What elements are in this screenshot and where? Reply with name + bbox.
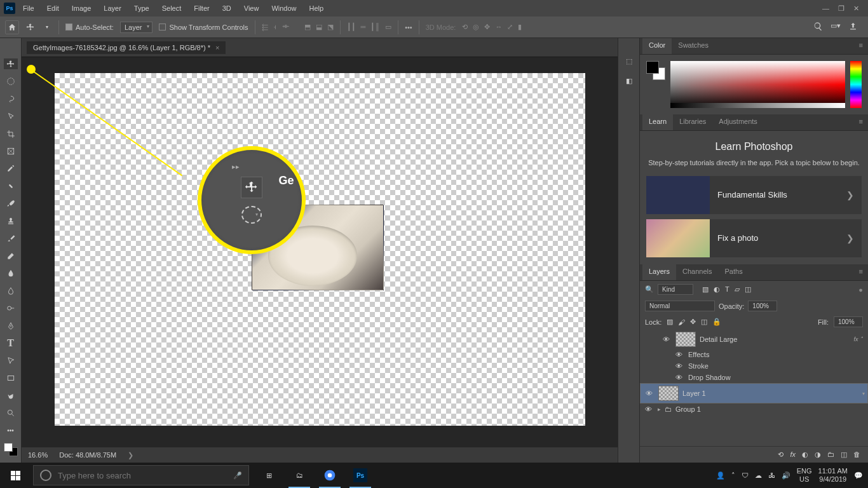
quick-select-tool[interactable] xyxy=(4,111,18,121)
clock[interactable]: 11:01 AM9/4/2019 xyxy=(818,467,848,484)
move-tool[interactable] xyxy=(4,58,18,69)
chrome-icon[interactable] xyxy=(316,463,343,488)
delete-layer-icon[interactable]: 🗑 xyxy=(853,451,860,459)
search-box[interactable]: 🎤 xyxy=(33,465,249,485)
color-panel-menu-icon[interactable]: ≡ xyxy=(854,38,868,54)
tab-channels[interactable]: Channels xyxy=(676,264,718,280)
layer-stroke[interactable]: 👁 Stroke xyxy=(640,360,868,372)
pen-tool[interactable] xyxy=(4,320,18,331)
color-ramp[interactable] xyxy=(670,61,845,108)
security-icon[interactable]: 🛡 xyxy=(742,471,749,479)
3d-slide-icon[interactable]: ↔ xyxy=(495,23,502,31)
hand-tool[interactable] xyxy=(4,390,18,401)
menu-select[interactable]: Select xyxy=(157,2,187,15)
auto-select-checkbox[interactable]: Auto-Select: xyxy=(65,24,114,31)
menu-filter[interactable]: Filter xyxy=(189,2,214,15)
start-button[interactable] xyxy=(0,463,31,488)
close-tab-icon[interactable]: × xyxy=(215,44,219,51)
distribute-3-icon[interactable]: ┃║ xyxy=(370,23,380,31)
menu-image[interactable]: Image xyxy=(67,2,97,15)
visibility-icon[interactable]: 👁 xyxy=(646,390,654,397)
gradient-tool[interactable] xyxy=(4,268,18,278)
visibility-icon[interactable]: 👁 xyxy=(675,374,684,381)
layer-1[interactable]: 👁 Layer 1 xyxy=(640,383,868,403)
lasso-tool[interactable] xyxy=(4,93,18,104)
more-options-icon[interactable]: ••• xyxy=(405,24,412,31)
file-explorer-icon[interactable]: 🗂 xyxy=(286,463,313,488)
stamp-tool[interactable] xyxy=(4,215,18,226)
properties-panel-icon[interactable]: ◧ xyxy=(626,77,632,85)
marquee-tool[interactable] xyxy=(4,76,18,86)
tray-expand-icon[interactable]: ˄ xyxy=(731,471,735,480)
align-middle-icon[interactable]: ⬓ xyxy=(316,23,322,31)
people-icon[interactable]: 👤 xyxy=(716,471,725,480)
distribute-v-icon[interactable]: ═ xyxy=(361,23,366,31)
tab-color[interactable]: Color xyxy=(642,38,672,54)
filter-adjust-icon[interactable]: ◐ xyxy=(714,285,720,294)
minimize-icon[interactable]: — xyxy=(822,4,829,13)
zoom-tool[interactable] xyxy=(4,408,18,419)
search-icon[interactable] xyxy=(813,22,823,32)
tab-paths[interactable]: Paths xyxy=(719,264,749,280)
layer-drop-shadow[interactable]: 👁 Drop Shadow xyxy=(640,372,868,383)
visibility-icon[interactable]: 👁 xyxy=(675,362,684,370)
layer-group-1[interactable]: 👁 ▸ 🗀 Group 1 xyxy=(640,403,868,415)
close-icon[interactable]: ✕ xyxy=(853,4,859,13)
onedrive-icon[interactable]: ☁ xyxy=(755,471,762,480)
status-arrow-icon[interactable]: ❯ xyxy=(128,451,133,459)
show-transform-checkbox[interactable]: Show Transform Controls xyxy=(159,24,248,31)
align-left-icon[interactable]: ⬱ xyxy=(262,23,268,31)
filter-pixel-icon[interactable]: ▧ xyxy=(702,285,709,294)
learn-item-fundamental[interactable]: Fundamental Skills ❯ xyxy=(646,176,862,214)
layer-effects[interactable]: 👁 Effects xyxy=(640,349,868,360)
filter-type-icon[interactable]: T xyxy=(725,285,729,294)
tab-learn[interactable]: Learn xyxy=(642,114,673,130)
filter-toggle-icon[interactable]: ● xyxy=(858,286,863,294)
lock-all-icon[interactable]: 🔒 xyxy=(712,318,721,326)
crop-tool[interactable] xyxy=(4,128,18,139)
network-icon[interactable]: 🖧 xyxy=(768,471,775,479)
3d-camera-icon[interactable]: ▮ xyxy=(518,23,522,31)
3d-zoom-icon[interactable]: ⤢ xyxy=(507,23,513,31)
new-group-icon[interactable]: 🗀 xyxy=(827,451,834,459)
lock-position-icon[interactable]: ✥ xyxy=(690,318,696,326)
edit-toolbar[interactable]: ••• xyxy=(4,425,18,436)
layer-detail-large[interactable]: 👁 Detail Large fx ˄ xyxy=(640,330,868,349)
filter-smart-icon[interactable]: ◫ xyxy=(745,285,751,294)
visibility-icon[interactable]: 👁 xyxy=(645,405,654,413)
workspace-switcher-icon[interactable]: ▭▾ xyxy=(831,22,841,32)
share-icon[interactable] xyxy=(848,22,858,32)
align-center-h-icon[interactable]: ⫞ xyxy=(273,23,277,31)
task-view-icon[interactable]: ⊞ xyxy=(255,463,282,488)
link-layers-icon[interactable]: ⟲ xyxy=(778,451,783,459)
mic-icon[interactable]: 🎤 xyxy=(233,471,242,480)
blur-tool[interactable] xyxy=(4,285,18,296)
menu-window[interactable]: Window xyxy=(266,2,301,15)
blend-mode-select[interactable]: Normal xyxy=(645,301,715,311)
filter-shape-icon[interactable]: ▱ xyxy=(735,285,740,294)
search-input[interactable] xyxy=(58,471,227,480)
align-top-icon[interactable]: ⬒ xyxy=(304,23,311,31)
new-layer-icon[interactable]: ◫ xyxy=(841,451,847,459)
align-bottom-icon[interactable]: ⬔ xyxy=(327,23,334,31)
zoom-value[interactable]: 16.6% xyxy=(28,451,48,459)
learn-panel-menu-icon[interactable]: ≡ xyxy=(854,114,868,130)
canvas[interactable]: ▸▸ Ge xyxy=(55,73,585,426)
restore-icon[interactable]: ❐ xyxy=(838,4,844,13)
visibility-icon[interactable]: 👁 xyxy=(675,351,684,358)
layer-mask-icon[interactable]: ◐ xyxy=(802,451,808,459)
3d-roll-icon[interactable]: ◎ xyxy=(473,23,479,31)
eraser-tool[interactable] xyxy=(4,250,18,261)
filter-kind-select[interactable]: Kind xyxy=(658,284,693,295)
tab-libraries[interactable]: Libraries xyxy=(673,114,712,130)
opacity-input[interactable]: 100% xyxy=(748,301,777,311)
menu-view[interactable]: View xyxy=(239,2,264,15)
menu-help[interactable]: Help xyxy=(304,2,329,15)
lock-artboard-icon[interactable]: ◫ xyxy=(701,318,707,326)
menu-3d[interactable]: 3D xyxy=(217,2,236,15)
hue-strip[interactable] xyxy=(850,61,862,108)
fill-input[interactable]: 100% xyxy=(834,316,863,327)
menu-file[interactable]: File xyxy=(18,2,39,15)
layer-target-select[interactable]: Layer xyxy=(120,22,153,33)
distribute-h-icon[interactable]: ┃┃ xyxy=(347,23,356,31)
